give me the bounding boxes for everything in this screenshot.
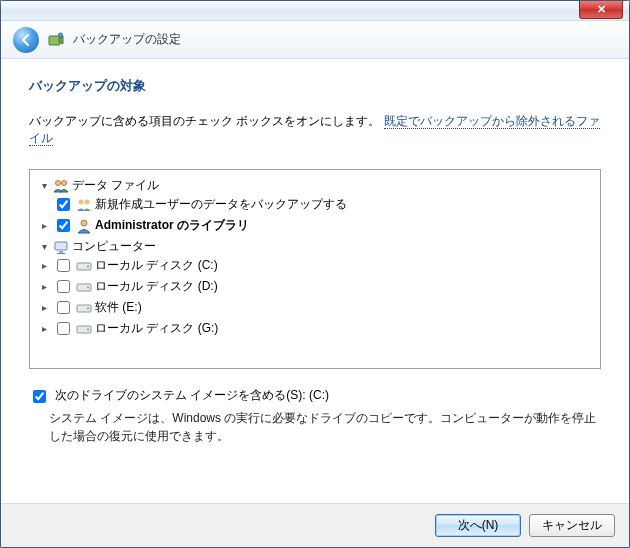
users-icon xyxy=(76,197,92,213)
expander-icon[interactable] xyxy=(38,220,50,231)
backup-icon xyxy=(47,31,65,49)
svg-point-3 xyxy=(62,180,67,185)
expander-icon[interactable] xyxy=(38,180,50,191)
content: バックアップの対象 バックアップに含める項目のチェック ボックスをオンにします。… xyxy=(1,59,629,503)
drive-icon xyxy=(76,258,92,274)
svg-point-11 xyxy=(87,265,89,267)
tree-node-disk[interactable]: ローカル ディスク (C:) xyxy=(38,256,592,275)
tree-label: Administrator のライブラリ xyxy=(95,217,249,234)
checkbox-disk-d[interactable] xyxy=(57,280,70,293)
svg-point-1 xyxy=(59,33,63,37)
svg-point-13 xyxy=(87,286,89,288)
drive-icon xyxy=(76,279,92,295)
system-image-section: 次のドライブのシステム イメージを含める(S): (C:) システム イメージは… xyxy=(29,387,601,445)
tree-label: 软件 (E:) xyxy=(95,299,142,316)
next-button[interactable]: 次へ(N) xyxy=(435,514,521,537)
checkbox-disk-e[interactable] xyxy=(57,301,70,314)
expander-icon[interactable] xyxy=(38,302,50,313)
tree-node-data-files[interactable]: データ ファイル xyxy=(38,177,592,194)
page-heading: バックアップの対象 xyxy=(29,77,601,95)
header-title: バックアップの設定 xyxy=(73,31,181,48)
drive-icon xyxy=(76,300,92,316)
back-arrow-icon xyxy=(19,33,33,47)
back-button[interactable] xyxy=(13,27,39,53)
checkbox-disk-g[interactable] xyxy=(57,322,70,335)
svg-point-4 xyxy=(79,199,84,204)
checkbox-disk-c[interactable] xyxy=(57,259,70,272)
tree-node-new-user[interactable]: 新規作成ユーザーのデータをバックアップする xyxy=(38,195,592,214)
svg-point-17 xyxy=(87,328,89,330)
tree-label: ローカル ディスク (G:) xyxy=(95,320,218,337)
footer: 次へ(N) キャンセル xyxy=(1,503,629,547)
checkbox-system-image[interactable] xyxy=(33,390,46,403)
expander-icon[interactable] xyxy=(38,323,50,334)
instruction-text: バックアップに含める項目のチェック ボックスをオンにします。 xyxy=(29,114,380,128)
window: ✕ バックアップの設定 バックアップの対象 バックアップに含める項目のチェック … xyxy=(0,0,630,548)
expander-icon[interactable] xyxy=(38,281,50,292)
cancel-button[interactable]: キャンセル xyxy=(529,514,615,537)
header-bar: バックアップの設定 xyxy=(1,21,629,59)
expander-icon[interactable] xyxy=(38,241,50,252)
tree-node-disk[interactable]: ローカル ディスク (D:) xyxy=(38,277,592,296)
tree-label: データ ファイル xyxy=(72,177,159,194)
drive-icon xyxy=(76,321,92,337)
tree-label: ローカル ディスク (D:) xyxy=(95,278,218,295)
user-icon xyxy=(76,218,92,234)
checkbox-admin[interactable] xyxy=(57,219,70,232)
users-icon xyxy=(53,178,69,194)
tree-label: ローカル ディスク (C:) xyxy=(95,257,218,274)
tree-label: コンピューター xyxy=(72,238,156,255)
svg-point-6 xyxy=(81,220,87,226)
tree-node-disk[interactable]: ローカル ディスク (G:) xyxy=(38,319,592,338)
expander-icon[interactable] xyxy=(38,260,50,271)
system-image-label: 次のドライブのシステム イメージを含める(S): (C:) xyxy=(55,387,329,404)
tree-node-disk[interactable]: 软件 (E:) xyxy=(38,298,592,317)
svg-point-15 xyxy=(87,307,89,309)
close-button[interactable]: ✕ xyxy=(579,1,623,19)
tree-box: データ ファイル 新規作成ユーザーのデータをバックアップする xyxy=(29,169,601,369)
svg-point-2 xyxy=(56,180,61,185)
instruction: バックアップに含める項目のチェック ボックスをオンにします。 既定でバックアップ… xyxy=(29,113,601,147)
tree: データ ファイル 新規作成ユーザーのデータをバックアップする xyxy=(38,176,592,340)
tree-label: 新規作成ユーザーのデータをバックアップする xyxy=(95,196,347,213)
svg-rect-0 xyxy=(49,36,60,45)
tree-node-computer[interactable]: コンピューター xyxy=(38,238,592,255)
tree-node-admin[interactable]: Administrator のライブラリ xyxy=(38,216,592,235)
computer-icon xyxy=(53,239,69,255)
checkbox-new-user[interactable] xyxy=(57,198,70,211)
svg-rect-8 xyxy=(59,251,63,253)
close-icon: ✕ xyxy=(597,3,606,16)
system-image-desc: システム イメージは、Windows の実行に必要なドライブのコピーです。コンピ… xyxy=(49,409,601,445)
svg-rect-9 xyxy=(57,253,65,254)
titlebar: ✕ xyxy=(1,1,629,21)
svg-rect-7 xyxy=(55,242,67,250)
svg-point-5 xyxy=(85,199,90,204)
